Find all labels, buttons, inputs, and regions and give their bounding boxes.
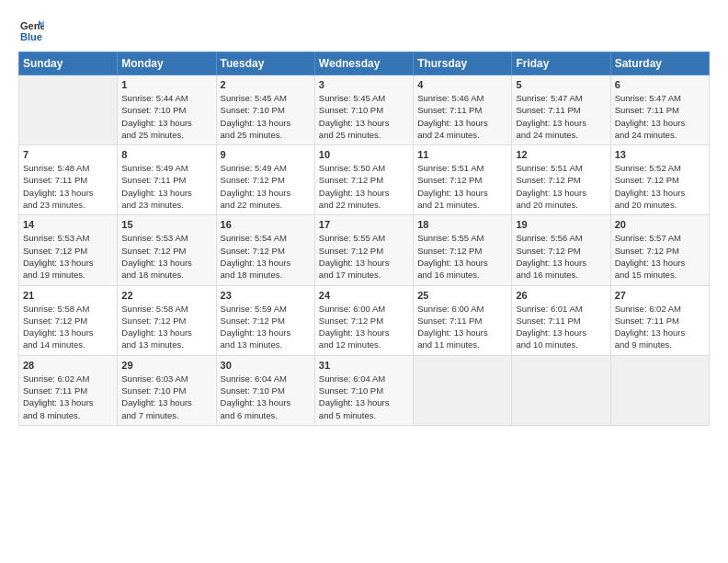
day-number: 23 xyxy=(221,290,311,301)
day-info: Sunrise: 5:55 AMSunset: 7:12 PMDaylight:… xyxy=(417,232,507,281)
day-number: 14 xyxy=(23,219,113,230)
day-info: Sunrise: 5:56 AMSunset: 7:12 PMDaylight:… xyxy=(516,232,606,281)
day-number: 17 xyxy=(319,219,409,230)
day-info: Sunrise: 5:53 AMSunset: 7:12 PMDaylight:… xyxy=(121,232,211,281)
day-info: Sunrise: 5:49 AMSunset: 7:12 PMDaylight:… xyxy=(221,162,311,211)
header-cell: Wednesday xyxy=(314,52,413,75)
calendar-cell: 19Sunrise: 5:56 AMSunset: 7:12 PMDayligh… xyxy=(512,215,610,285)
calendar-cell: 5Sunrise: 5:47 AMSunset: 7:11 PMDaylight… xyxy=(512,75,610,145)
day-number: 31 xyxy=(319,360,409,371)
calendar-cell: 2Sunrise: 5:45 AMSunset: 7:10 PMDaylight… xyxy=(216,75,314,145)
calendar-cell xyxy=(512,355,610,425)
calendar-cell xyxy=(19,75,118,145)
day-info: Sunrise: 6:04 AMSunset: 7:10 PMDaylight:… xyxy=(221,373,311,421)
header-row: SundayMondayTuesdayWednesdayThursdayFrid… xyxy=(19,52,710,75)
header-cell: Friday xyxy=(512,52,610,75)
day-info: Sunrise: 5:54 AMSunset: 7:12 PMDaylight:… xyxy=(221,232,311,281)
day-info: Sunrise: 6:00 AMSunset: 7:12 PMDaylight:… xyxy=(319,303,409,351)
day-number: 26 xyxy=(516,290,606,301)
day-number: 25 xyxy=(417,290,507,301)
day-number: 7 xyxy=(23,149,113,160)
day-info: Sunrise: 6:00 AMSunset: 7:11 PMDaylight:… xyxy=(417,303,507,351)
day-number: 12 xyxy=(516,149,606,160)
calendar-cell: 7Sunrise: 5:48 AMSunset: 7:11 PMDaylight… xyxy=(19,145,118,215)
day-number: 19 xyxy=(516,219,606,230)
day-info: Sunrise: 5:48 AMSunset: 7:11 PMDaylight:… xyxy=(23,162,113,211)
day-info: Sunrise: 6:04 AMSunset: 7:10 PMDaylight:… xyxy=(319,373,409,421)
header-cell: Monday xyxy=(118,52,216,75)
day-number: 16 xyxy=(221,219,311,230)
day-number: 15 xyxy=(121,219,211,230)
calendar-cell: 28Sunrise: 6:02 AMSunset: 7:11 PMDayligh… xyxy=(19,355,118,425)
day-number: 30 xyxy=(221,360,311,371)
calendar-cell: 8Sunrise: 5:49 AMSunset: 7:11 PMDaylight… xyxy=(118,145,216,215)
day-info: Sunrise: 5:53 AMSunset: 7:12 PMDaylight:… xyxy=(23,232,113,281)
day-info: Sunrise: 5:47 AMSunset: 7:11 PMDaylight:… xyxy=(516,92,606,141)
calendar-cell: 1Sunrise: 5:44 AMSunset: 7:10 PMDaylight… xyxy=(118,75,216,145)
calendar-cell: 16Sunrise: 5:54 AMSunset: 7:12 PMDayligh… xyxy=(216,215,314,285)
calendar-week-row: 28Sunrise: 6:02 AMSunset: 7:11 PMDayligh… xyxy=(19,355,710,425)
calendar-cell: 18Sunrise: 5:55 AMSunset: 7:12 PMDayligh… xyxy=(414,215,512,285)
calendar-cell: 23Sunrise: 5:59 AMSunset: 7:12 PMDayligh… xyxy=(216,285,314,355)
day-number: 28 xyxy=(23,360,113,371)
day-number: 11 xyxy=(417,149,507,160)
day-number: 5 xyxy=(516,79,606,90)
calendar-cell xyxy=(610,355,709,425)
day-number: 2 xyxy=(221,79,311,90)
day-info: Sunrise: 5:51 AMSunset: 7:12 PMDaylight:… xyxy=(516,162,606,211)
day-info: Sunrise: 6:01 AMSunset: 7:11 PMDaylight:… xyxy=(516,303,606,351)
calendar-cell: 24Sunrise: 6:00 AMSunset: 7:12 PMDayligh… xyxy=(314,285,413,355)
day-info: Sunrise: 6:02 AMSunset: 7:11 PMDaylight:… xyxy=(615,303,705,351)
day-info: Sunrise: 5:46 AMSunset: 7:11 PMDaylight:… xyxy=(417,92,507,141)
day-number: 1 xyxy=(121,79,211,90)
day-number: 18 xyxy=(417,219,507,230)
header-cell: Thursday xyxy=(414,52,512,75)
day-number: 9 xyxy=(221,149,311,160)
calendar-week-row: 21Sunrise: 5:58 AMSunset: 7:12 PMDayligh… xyxy=(19,285,710,355)
calendar-cell: 9Sunrise: 5:49 AMSunset: 7:12 PMDaylight… xyxy=(216,145,314,215)
calendar-cell: 22Sunrise: 5:58 AMSunset: 7:12 PMDayligh… xyxy=(118,285,216,355)
calendar-cell: 12Sunrise: 5:51 AMSunset: 7:12 PMDayligh… xyxy=(512,145,610,215)
calendar-body: 1Sunrise: 5:44 AMSunset: 7:10 PMDaylight… xyxy=(19,75,710,426)
day-info: Sunrise: 5:59 AMSunset: 7:12 PMDaylight:… xyxy=(221,303,311,351)
calendar-cell: 25Sunrise: 6:00 AMSunset: 7:11 PMDayligh… xyxy=(414,285,512,355)
day-info: Sunrise: 5:50 AMSunset: 7:12 PMDaylight:… xyxy=(319,162,409,211)
day-info: Sunrise: 5:58 AMSunset: 7:12 PMDaylight:… xyxy=(121,303,211,351)
day-info: Sunrise: 5:47 AMSunset: 7:11 PMDaylight:… xyxy=(615,92,705,141)
day-info: Sunrise: 5:57 AMSunset: 7:12 PMDaylight:… xyxy=(615,232,705,281)
calendar-cell: 14Sunrise: 5:53 AMSunset: 7:12 PMDayligh… xyxy=(19,215,118,285)
calendar-cell: 29Sunrise: 6:03 AMSunset: 7:10 PMDayligh… xyxy=(118,355,216,425)
day-info: Sunrise: 5:52 AMSunset: 7:12 PMDaylight:… xyxy=(615,162,705,211)
calendar-cell: 21Sunrise: 5:58 AMSunset: 7:12 PMDayligh… xyxy=(19,285,118,355)
calendar-cell: 11Sunrise: 5:51 AMSunset: 7:12 PMDayligh… xyxy=(414,145,512,215)
calendar-cell: 10Sunrise: 5:50 AMSunset: 7:12 PMDayligh… xyxy=(314,145,413,215)
calendar-cell: 27Sunrise: 6:02 AMSunset: 7:11 PMDayligh… xyxy=(610,285,709,355)
header: General Blue xyxy=(18,17,710,42)
day-number: 6 xyxy=(615,79,705,90)
calendar-week-row: 14Sunrise: 5:53 AMSunset: 7:12 PMDayligh… xyxy=(19,215,710,285)
calendar-table: SundayMondayTuesdayWednesdayThursdayFrid… xyxy=(18,52,710,426)
day-info: Sunrise: 5:44 AMSunset: 7:10 PMDaylight:… xyxy=(121,92,211,141)
svg-text:Blue: Blue xyxy=(20,31,42,42)
day-number: 8 xyxy=(121,149,211,160)
header-cell: Tuesday xyxy=(216,52,314,75)
logo: General Blue xyxy=(18,17,48,42)
day-number: 27 xyxy=(615,290,705,301)
calendar-cell: 15Sunrise: 5:53 AMSunset: 7:12 PMDayligh… xyxy=(118,215,216,285)
calendar-cell xyxy=(414,355,512,425)
calendar-week-row: 1Sunrise: 5:44 AMSunset: 7:10 PMDaylight… xyxy=(19,75,710,145)
calendar-cell: 4Sunrise: 5:46 AMSunset: 7:11 PMDaylight… xyxy=(414,75,512,145)
day-number: 13 xyxy=(615,149,705,160)
calendar-cell: 26Sunrise: 6:01 AMSunset: 7:11 PMDayligh… xyxy=(512,285,610,355)
day-info: Sunrise: 5:45 AMSunset: 7:10 PMDaylight:… xyxy=(221,92,311,141)
calendar-cell: 31Sunrise: 6:04 AMSunset: 7:10 PMDayligh… xyxy=(314,355,413,425)
day-number: 10 xyxy=(319,149,409,160)
calendar-cell: 17Sunrise: 5:55 AMSunset: 7:12 PMDayligh… xyxy=(314,215,413,285)
day-number: 3 xyxy=(319,79,409,90)
calendar-cell: 6Sunrise: 5:47 AMSunset: 7:11 PMDaylight… xyxy=(610,75,709,145)
calendar-page: General Blue SundayMondayTuesdayWednesda… xyxy=(0,0,728,563)
calendar-cell: 20Sunrise: 5:57 AMSunset: 7:12 PMDayligh… xyxy=(610,215,709,285)
day-info: Sunrise: 5:45 AMSunset: 7:10 PMDaylight:… xyxy=(319,92,409,141)
day-info: Sunrise: 6:03 AMSunset: 7:10 PMDaylight:… xyxy=(121,373,211,421)
day-number: 21 xyxy=(23,290,113,301)
